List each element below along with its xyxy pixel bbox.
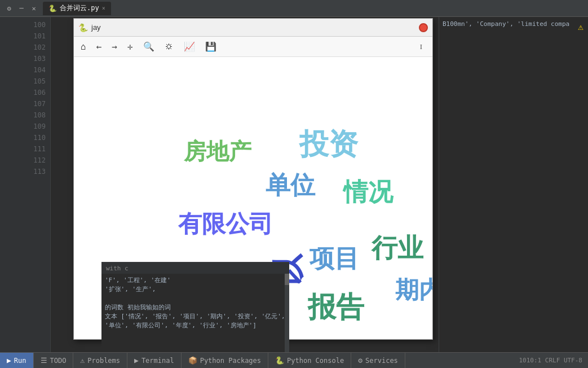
- warning-icon: ⚠: [578, 21, 583, 32]
- plot-titlebar: 🐍 jay: [74, 19, 432, 37]
- line-num-102: 102: [0, 42, 50, 53]
- chart-button[interactable]: 📈: [182, 40, 197, 53]
- todo-label: TODO: [50, 357, 67, 365]
- back-button[interactable]: ←: [94, 40, 104, 53]
- right-panel-content: B100mn', 'Company', 'limited compa: [439, 17, 588, 32]
- tab-label: 合并词云.py: [60, 3, 99, 13]
- home-button[interactable]: ⌂: [78, 40, 89, 53]
- word-单位: 单位: [266, 169, 315, 202]
- services-label: Services: [365, 357, 398, 365]
- line-num-106: 106: [0, 87, 50, 98]
- status-problems[interactable]: ⚠ Problems: [73, 353, 127, 368]
- word-情况: 情况: [343, 176, 393, 209]
- settings-icon[interactable]: ⚙: [5, 4, 14, 13]
- word-房地产: 房地产: [184, 136, 251, 167]
- cursor-pos-text: 1010:1 CRLF UTF-8: [519, 357, 582, 364]
- console-line-3: [105, 294, 286, 303]
- console-scrollbar-thumb[interactable]: [285, 274, 289, 285]
- console-line-4: 的词数 初始我输如的词: [105, 303, 286, 312]
- window-controls: ⚙ ─ ✕: [5, 4, 38, 13]
- right-panel: B100mn', 'Company', 'limited compa ⚠: [439, 17, 588, 352]
- tab-icon: 🐍: [48, 5, 57, 12]
- word-期内: 期内: [395, 274, 432, 306]
- packages-label: Python Packages: [200, 357, 261, 365]
- word-报告: 报告: [308, 288, 364, 326]
- close-icon[interactable]: ✕: [29, 4, 38, 13]
- packages-icon: 📦: [188, 356, 197, 365]
- console-scrollbar[interactable]: [285, 274, 289, 352]
- terminal-icon: ▶: [134, 356, 139, 365]
- forward-button[interactable]: →: [109, 40, 120, 53]
- line-numbers-gutter: 100 101 102 103 104 105 106 107 108 109 …: [0, 17, 51, 352]
- word-投资: 投资: [299, 125, 358, 164]
- todo-icon: ☰: [41, 356, 47, 365]
- title-bar: ⚙ ─ ✕ 🐍 合并词云.py ×: [0, 0, 588, 17]
- editor-area: 🐍 jay ⌂ ← → ✛ 🔍 ⛭ 📈 💾 I 房地产 投资 单位 情况: [51, 17, 439, 352]
- line-num-101: 101: [0, 30, 50, 42]
- line-num-112: 112: [0, 155, 50, 166]
- status-run[interactable]: ▶ Run: [0, 353, 34, 368]
- status-bar: ▶ Run ☰ TODO ⚠ Problems ▶ Terminal 📦 Pyt…: [0, 352, 588, 368]
- line-num-111: 111: [0, 143, 50, 155]
- plot-close-button[interactable]: [419, 23, 428, 32]
- status-services[interactable]: ⚙ Services: [351, 353, 405, 368]
- tab-close-btn[interactable]: ×: [102, 5, 105, 11]
- console-output: 'F', '工程', '在建' '扩张', '生产', 的词数 初始我输如的词 …: [101, 274, 289, 332]
- save-button[interactable]: 💾: [203, 40, 219, 53]
- status-todo[interactable]: ☰ TODO: [34, 353, 74, 368]
- right-code-text: B100mn', 'Company', 'limited compa: [443, 20, 569, 28]
- line-num-100: 100: [0, 19, 50, 30]
- console-line-5: 文本 ['情况', '报告', '项目', '期内', '投资', '亿元', …: [105, 312, 286, 330]
- line-num-103: 103: [0, 53, 50, 64]
- line-num-104: 104: [0, 64, 50, 76]
- python-console-icon: 🐍: [275, 356, 284, 365]
- configure-button[interactable]: ⛭: [162, 40, 176, 53]
- plot-toolbar: ⌂ ← → ✛ 🔍 ⛭ 📈 💾 I: [74, 37, 432, 57]
- word-项目: 项目: [310, 242, 359, 275]
- status-right-info: 1010:1 CRLF UTF-8: [513, 357, 588, 364]
- run-label: Run: [14, 357, 26, 365]
- console-line-2: '扩张', '生产',: [105, 285, 286, 294]
- cursor-position: I: [420, 42, 428, 51]
- plot-title: jay: [91, 23, 415, 32]
- console-area: with c 'F', '工程', '在建' '扩张', '生产', 的词数 初…: [101, 262, 289, 352]
- main-area: 100 101 102 103 104 105 106 107 108 109 …: [0, 17, 588, 352]
- minimize-icon[interactable]: ─: [17, 4, 26, 13]
- word-行业: 行业: [372, 231, 423, 266]
- line-num-109: 109: [0, 121, 50, 132]
- line-num-105: 105: [0, 76, 50, 87]
- problems-icon: ⚠: [80, 356, 85, 365]
- plot-icon: 🐍: [78, 23, 88, 32]
- terminal-label: Terminal: [142, 357, 174, 365]
- console-with-label: with c: [101, 262, 289, 274]
- word-有限公司: 有限公司: [178, 208, 273, 240]
- status-terminal[interactable]: ▶ Terminal: [127, 353, 182, 368]
- services-icon: ⚙: [358, 356, 362, 365]
- line-num-110: 110: [0, 132, 50, 143]
- line-num-113: 113: [0, 166, 50, 177]
- status-python-packages[interactable]: 📦 Python Packages: [182, 353, 268, 368]
- line-num-107: 107: [0, 98, 50, 109]
- editor-tab[interactable]: 🐍 合并词云.py ×: [43, 2, 111, 15]
- line-num-108: 108: [0, 109, 50, 121]
- status-python-console[interactable]: 🐍 Python Console: [268, 353, 351, 368]
- problems-label: Problems: [87, 357, 120, 365]
- with-label-text: with c: [106, 265, 129, 272]
- move-button[interactable]: ✛: [125, 40, 135, 53]
- run-icon: ▶: [7, 356, 11, 365]
- console-line-1: 'F', '工程', '在建': [105, 276, 286, 285]
- python-console-label: Python Console: [287, 357, 344, 365]
- zoom-button[interactable]: 🔍: [141, 40, 157, 53]
